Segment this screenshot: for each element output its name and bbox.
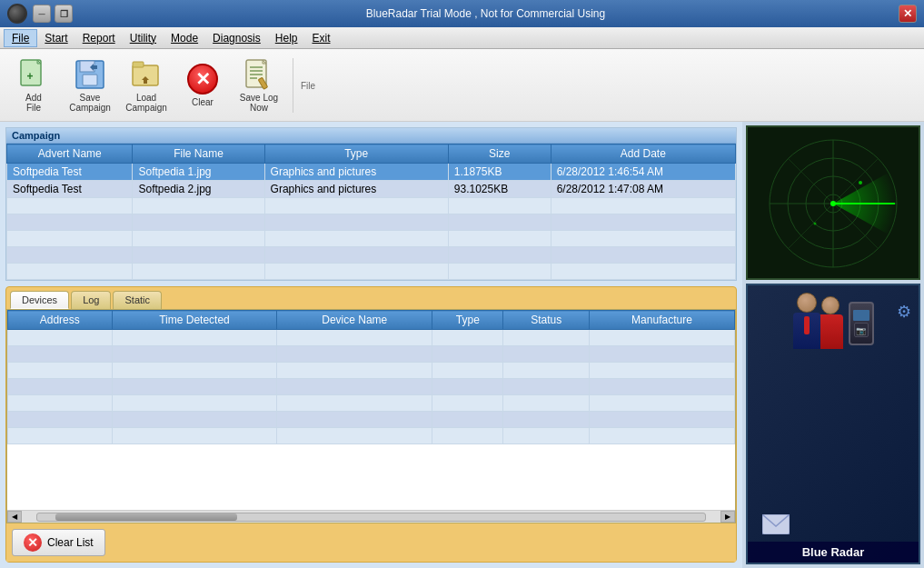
- scroll-thumb[interactable]: [55, 513, 237, 521]
- cell-file-name: Softpedia 2.jpg: [133, 181, 264, 198]
- tab-devices-content: Address Time Detected Device Name Type S…: [6, 309, 736, 523]
- tab-static[interactable]: Static: [113, 291, 162, 309]
- toolbar-group-file: File: [301, 79, 315, 91]
- cell-add-date: 6/28/2012 1:46:54 AM: [551, 164, 735, 181]
- col-device-type: Type: [432, 311, 503, 330]
- blue-radar-image: 📷 ⚙ Blue Radar: [746, 284, 920, 564]
- campaign-section: Campaign Advert Name File Name Type Size…: [5, 127, 737, 281]
- cell-type: Graphics and pictures: [264, 164, 448, 181]
- content-area: Campaign Advert Name File Name Type Size…: [0, 122, 924, 568]
- add-file-label: AddFile: [25, 93, 42, 113]
- device-row-empty: [8, 412, 735, 428]
- clear-list-label: Clear List: [47, 536, 94, 549]
- cell-size: 93.1025KB: [448, 181, 551, 198]
- device-row-empty: [8, 363, 735, 379]
- scroll-right-arrow[interactable]: ▶: [720, 511, 735, 523]
- clear-list-area: ✕ Clear List: [6, 523, 736, 562]
- table-row[interactable]: Softpedia Test Softpedia 2.jpg Graphics …: [7, 181, 736, 198]
- device-row-empty: [8, 428, 735, 444]
- load-campaign-label: LoadCampaign: [125, 93, 167, 113]
- scroll-left-arrow[interactable]: ◀: [7, 511, 22, 523]
- add-file-button[interactable]: + AddFile: [7, 54, 60, 117]
- tab-devices[interactable]: Devices: [10, 291, 69, 309]
- col-size: Size: [448, 144, 551, 164]
- title-controls: ─ ❐: [33, 5, 73, 23]
- cell-file-name: Softpedia 1.jpg: [133, 164, 264, 181]
- cell-add-date: 6/28/2012 1:47:08 AM: [551, 181, 735, 198]
- svg-point-28: [859, 181, 862, 184]
- table-row-empty: [7, 198, 736, 214]
- save-log-icon: [243, 58, 275, 91]
- col-device-name: Device Name: [277, 311, 432, 330]
- col-advert-name: Advert Name: [7, 144, 133, 164]
- menu-file[interactable]: File: [4, 29, 37, 47]
- horizontal-scrollbar[interactable]: ◀ ▶: [7, 510, 735, 523]
- device-row-empty: [8, 379, 735, 395]
- table-row-empty: [7, 231, 736, 247]
- cell-advert-name: Softpedia Test: [7, 164, 133, 181]
- menu-exit[interactable]: Exit: [304, 30, 337, 46]
- tab-log[interactable]: Log: [71, 291, 111, 309]
- tabs-header: Devices Log Static: [6, 287, 736, 309]
- tabs-section: Devices Log Static Address Time Detected…: [5, 286, 737, 563]
- save-log-button[interactable]: Save LogNow: [233, 54, 285, 117]
- radar-svg: [760, 133, 906, 274]
- title-bar-left: ─ ❐: [7, 4, 73, 24]
- clear-icon: ✕: [186, 63, 219, 95]
- table-row-empty: [7, 264, 736, 280]
- menu-report[interactable]: Report: [75, 30, 123, 46]
- cell-advert-name: Softpedia Test: [7, 181, 133, 198]
- svg-rect-8: [133, 62, 144, 67]
- load-campaign-button[interactable]: LoadCampaign: [120, 54, 173, 117]
- device-row-empty: [8, 346, 735, 363]
- load-campaign-icon: [130, 58, 163, 91]
- left-panel: Campaign Advert Name File Name Type Size…: [0, 122, 742, 568]
- right-panel: 📷 ⚙ Blue Radar: [742, 122, 924, 568]
- restore-button[interactable]: ❐: [55, 5, 73, 23]
- cell-type: Graphics and pictures: [264, 181, 448, 198]
- toolbar-group-label: File: [301, 81, 315, 91]
- main-window: + AddFile SaveCampaign: [0, 49, 924, 568]
- devices-table-wrapper: Address Time Detected Device Name Type S…: [7, 310, 735, 510]
- toolbar: + AddFile SaveCampaign: [0, 49, 924, 122]
- svg-rect-5: [83, 75, 97, 85]
- minimize-button[interactable]: ─: [33, 5, 51, 23]
- close-button[interactable]: ✕: [899, 5, 917, 23]
- col-manufacture: Manufacture: [589, 311, 734, 330]
- menu-bar: File Start Report Utility Mode Diagnosis…: [0, 27, 924, 49]
- blue-radar-label: Blue Radar: [748, 542, 919, 563]
- save-campaign-button[interactable]: SaveCampaign: [64, 54, 116, 117]
- menu-help[interactable]: Help: [268, 30, 305, 46]
- menu-diagnosis[interactable]: Diagnosis: [205, 30, 268, 46]
- menu-mode[interactable]: Mode: [164, 30, 205, 46]
- col-status: Status: [503, 311, 589, 330]
- device-row-empty: [8, 395, 735, 412]
- devices-table: Address Time Detected Device Name Type S…: [7, 310, 735, 444]
- save-campaign-icon: [74, 58, 106, 91]
- svg-point-27: [830, 201, 836, 206]
- clear-list-button[interactable]: ✕ Clear List: [12, 529, 105, 556]
- table-row-empty: [7, 247, 736, 264]
- clear-list-icon: ✕: [24, 533, 42, 552]
- table-row-empty: [7, 214, 736, 231]
- col-file-name: File Name: [133, 144, 264, 164]
- menu-utility[interactable]: Utility: [123, 30, 164, 46]
- col-address: Address: [8, 311, 113, 330]
- scroll-track[interactable]: [36, 513, 706, 522]
- col-add-date: Add Date: [551, 144, 735, 164]
- save-campaign-label: SaveCampaign: [69, 93, 111, 113]
- col-type: Type: [264, 144, 448, 164]
- campaign-header: Campaign: [6, 128, 736, 144]
- device-row-empty: [8, 330, 735, 346]
- svg-point-29: [814, 222, 817, 224]
- radar-display: [746, 125, 920, 280]
- table-row[interactable]: Softpedia Test Softpedia 1.jpg Graphics …: [7, 164, 736, 181]
- clear-button[interactable]: ✕ Clear: [176, 58, 229, 112]
- app-logo: [7, 4, 27, 24]
- campaign-table: Advert Name File Name Type Size Add Date…: [6, 144, 736, 280]
- save-log-label: Save LogNow: [240, 93, 278, 113]
- window-title: BlueRadar Trial Mode , Not for Commercia…: [366, 7, 605, 20]
- cell-size: 1.1875KB: [448, 164, 551, 181]
- menu-start[interactable]: Start: [37, 30, 75, 46]
- col-time-detected: Time Detected: [112, 311, 277, 330]
